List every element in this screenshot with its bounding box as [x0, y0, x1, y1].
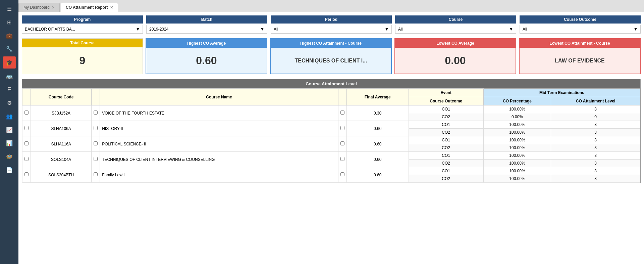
co-percentage-cell: 100.00% — [483, 175, 551, 183]
th-course-name: Course Name — [100, 89, 338, 105]
table-section-title: Course Attainment Level — [22, 79, 640, 88]
row-checkbox[interactable] — [22, 167, 31, 183]
sidebar-item-bar-chart[interactable]: 📊 — [3, 137, 16, 149]
th-co-attainment-level: CO Attainment Level — [551, 97, 640, 105]
course-code-cell: SLHA106A — [31, 121, 92, 136]
close-co-attainment-icon[interactable]: ✕ — [110, 5, 113, 10]
row-checkbox3[interactable] — [338, 152, 346, 167]
row-checkbox2[interactable] — [92, 105, 100, 121]
sidebar-item-bus[interactable]: 🚌 — [3, 70, 16, 82]
co-cell: CO2 — [409, 160, 483, 167]
sidebar-item-people[interactable]: 👥 — [3, 110, 16, 122]
co-cell: CO1 — [409, 105, 483, 113]
sidebar-item-graduation[interactable]: 🎓 — [3, 56, 16, 69]
th-co-percentage: CO Percentage — [483, 97, 551, 105]
sidebar-item-chart[interactable]: 📈 — [3, 124, 16, 136]
period-select[interactable]: All ▼ — [271, 25, 392, 34]
th-checkbox3 — [338, 89, 346, 105]
sidebar-item-dashboard[interactable]: ⊞ — [3, 16, 16, 28]
course-code-cell: SOLS104A — [31, 152, 92, 167]
program-select[interactable]: BACHELOR OF ARTS BA... ▼ — [22, 25, 143, 34]
content-area: Program BACHELOR OF ARTS BA... ▼ Batch 2… — [18, 12, 644, 264]
course-outcome-label: Course Outcome — [520, 15, 641, 24]
period-label: Period — [271, 15, 392, 24]
row-checkbox2[interactable] — [92, 152, 100, 167]
row-checkbox3[interactable] — [338, 167, 346, 183]
course-select[interactable]: All ▼ — [395, 25, 516, 34]
course-outcome-chevron-icon: ▼ — [634, 27, 638, 32]
row-checkbox2[interactable] — [92, 121, 100, 136]
sidebar-item-briefcase[interactable]: 💼 — [3, 30, 16, 42]
co-cell: CO1 — [409, 136, 483, 144]
row-checkbox3[interactable] — [338, 136, 346, 152]
course-outcome-select[interactable]: All ▼ — [520, 25, 641, 34]
sidebar-item-id-card[interactable]: 🪺 — [3, 150, 16, 163]
co-cell: CO2 — [409, 175, 483, 183]
sidebar-item-menu[interactable]: ☰ — [3, 3, 16, 15]
course-code-cell: SOLS204BTH — [31, 167, 92, 183]
row-checkbox[interactable] — [22, 105, 31, 121]
co-attainment-cell: 3 — [551, 136, 640, 144]
batch-chevron-icon: ▼ — [260, 27, 264, 32]
th-final-average: Final Average — [346, 89, 409, 105]
table-row: SOLS204BTHFamily LawII0.60CO1100.00%3 — [22, 167, 640, 175]
co-percentage-cell: 0.00% — [483, 113, 551, 121]
sidebar-item-monitor[interactable]: 🖥 — [3, 83, 16, 95]
lowest-co-course-value: LAW OF EVIDENCE — [520, 48, 640, 74]
sidebar-item-tools[interactable]: 🔧 — [3, 43, 16, 55]
co-attainment-cell: 3 — [551, 129, 640, 136]
co-percentage-cell: 100.00% — [483, 129, 551, 136]
course-outcome-value: All — [523, 27, 527, 32]
final-average-cell: 0.60 — [346, 152, 409, 167]
course-code-cell: SJBJ152A — [31, 105, 92, 121]
attainment-table: Course Code Course Name Final Average Ev… — [22, 88, 640, 183]
course-code-cell: SLHA116A — [31, 136, 92, 152]
row-checkbox[interactable] — [22, 136, 31, 152]
tab-co-attainment-report[interactable]: CO Attainment Report ✕ — [61, 3, 118, 12]
lowest-co-avg-title: Lowest CO Average — [395, 39, 516, 48]
co-attainment-cell: 3 — [551, 160, 640, 167]
tab-co-attainment-report-label: CO Attainment Report — [66, 5, 108, 10]
co-percentage-cell: 100.00% — [483, 105, 551, 113]
co-cell: CO2 — [409, 129, 483, 136]
co-percentage-cell: 100.00% — [483, 121, 551, 129]
row-checkbox[interactable] — [22, 152, 31, 167]
close-my-dashboard-icon[interactable]: ✕ — [52, 5, 55, 10]
lowest-co-avg-card: Lowest CO Average 0.00 — [394, 38, 516, 74]
final-average-cell: 0.60 — [346, 121, 409, 136]
co-attainment-cell: 3 — [551, 105, 640, 113]
tab-my-dashboard-label: My Dashboard — [23, 5, 50, 10]
course-chevron-icon: ▼ — [509, 27, 513, 32]
table-row: SOLS104ATECHNIQUES OF CLIENT INTERVIEWIN… — [22, 152, 640, 160]
row-checkbox3[interactable] — [338, 121, 346, 136]
th-checkbox — [22, 89, 31, 105]
co-percentage-cell: 100.00% — [483, 167, 551, 175]
batch-label: Batch — [146, 15, 267, 24]
sidebar-item-gear[interactable]: ⚙ — [3, 97, 16, 109]
th-course-outcome: Course Outcome — [409, 97, 483, 105]
course-name-cell: TECHNIQUES OF CLIENT INTERVIEWING & COUN… — [100, 152, 338, 167]
course-filter: Course All ▼ — [395, 15, 516, 34]
highest-co-avg-card: Highest CO Average 0.60 — [146, 38, 267, 74]
course-name-cell: POLITICAL SCIENCE- II — [100, 136, 338, 152]
program-chevron-icon: ▼ — [136, 27, 140, 32]
final-average-cell: 0.30 — [346, 105, 409, 121]
table-scroll-container[interactable]: Course Code Course Name Final Average Ev… — [22, 88, 640, 183]
co-attainment-cell: 3 — [551, 121, 640, 129]
sidebar-item-document[interactable]: 📄 — [3, 164, 16, 176]
tab-bar: My Dashboard ✕ CO Attainment Report ✕ — [18, 0, 644, 12]
row-checkbox3[interactable] — [338, 105, 346, 121]
row-checkbox[interactable] — [22, 121, 31, 136]
period-chevron-icon: ▼ — [385, 27, 389, 32]
course-name-cell: Family LawII — [100, 167, 338, 183]
co-attainment-cell: 3 — [551, 144, 640, 152]
batch-select[interactable]: 2019-2024 ▼ — [146, 25, 267, 34]
tab-my-dashboard[interactable]: My Dashboard ✕ — [18, 3, 60, 12]
total-course-card: Total Course 9 — [22, 38, 143, 74]
row-checkbox2[interactable] — [92, 136, 100, 152]
co-cell: CO2 — [409, 144, 483, 152]
row-checkbox2[interactable] — [92, 167, 100, 183]
co-percentage-cell: 100.00% — [483, 144, 551, 152]
summary-row: Total Course 9 Highest CO Average 0.60 H… — [22, 38, 641, 74]
lowest-co-course-title: Lowest CO Attainment - Course — [520, 39, 640, 48]
